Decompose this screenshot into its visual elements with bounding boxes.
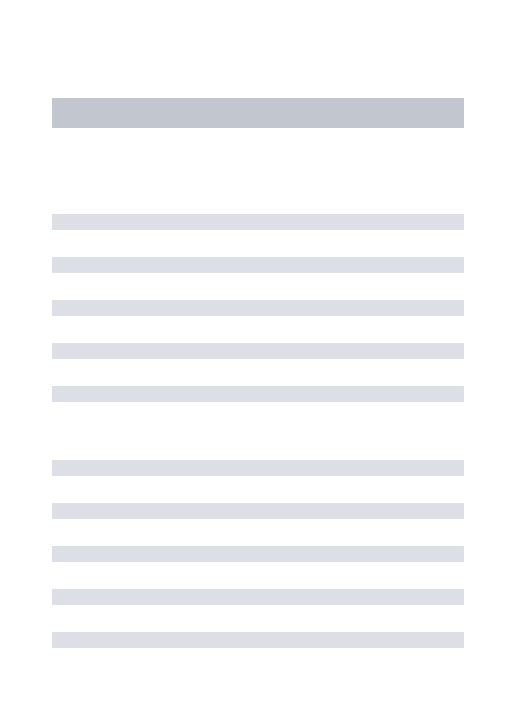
skeleton-line: [52, 546, 464, 562]
skeleton-header-bar: [52, 98, 464, 128]
skeleton-line: [52, 343, 464, 359]
skeleton-line: [52, 632, 464, 648]
skeleton-paragraph-2: [52, 460, 464, 648]
skeleton-line: [52, 257, 464, 273]
skeleton-line: [52, 503, 464, 519]
skeleton-paragraph-1: [52, 214, 464, 402]
skeleton-line: [52, 386, 464, 402]
skeleton-container: [0, 0, 516, 648]
skeleton-line: [52, 300, 464, 316]
skeleton-line: [52, 589, 464, 605]
skeleton-spacer: [52, 402, 464, 460]
skeleton-line: [52, 214, 464, 230]
skeleton-line: [52, 460, 464, 476]
